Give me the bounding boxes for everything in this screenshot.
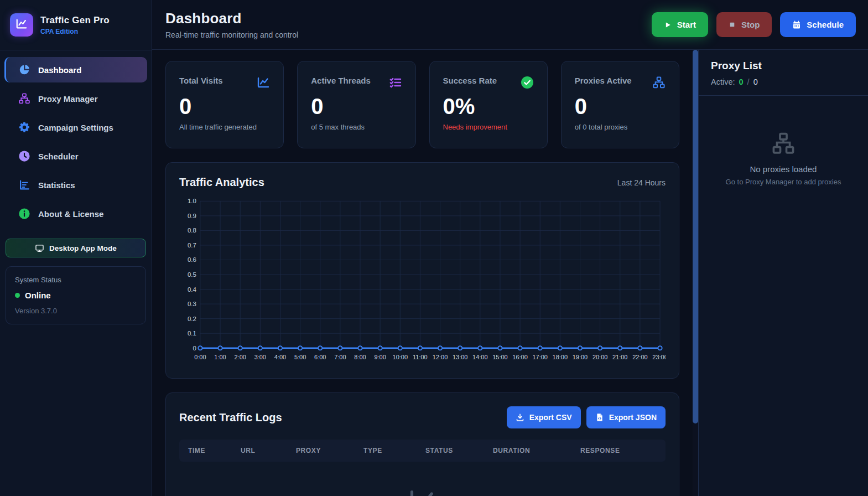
svg-text:14:00: 14:00 (472, 354, 487, 360)
schedule-button-label: Schedule (807, 20, 844, 29)
stop-icon (729, 21, 736, 28)
stop-button[interactable]: Stop (716, 12, 772, 37)
proxy-active-count: 0 (739, 78, 744, 86)
stat-value: 0 (311, 95, 402, 118)
sidebar-item-scheduler[interactable]: Scheduler (4, 143, 147, 169)
chart-line-icon (257, 76, 270, 89)
brand: Traffic Gen Pro CPA Edition (0, 0, 152, 50)
info-circle-icon (18, 208, 30, 220)
export-buttons: Export CSV Export JSON (507, 406, 666, 428)
start-button[interactable]: Start (652, 12, 708, 37)
content-row: Total Visits0All time traffic generatedA… (152, 50, 868, 496)
stat-value: 0 (575, 95, 666, 118)
log-column-type: TYPE (363, 447, 425, 454)
sidebar-item-statistics[interactable]: Statistics (4, 172, 147, 198)
sidebar-item-label: Dashboard (38, 65, 81, 75)
stat-card-top: Proxies Active (575, 76, 666, 89)
stat-value: 0 (179, 95, 270, 118)
desktop-app-mode-label: Desktop App Mode (49, 244, 117, 252)
svg-text:6:00: 6:00 (314, 354, 326, 360)
svg-text:10:00: 10:00 (393, 354, 408, 360)
traffic-analytics-card: Traffic Analytics Last 24 Hours 00.10.20… (165, 162, 679, 379)
sidebar-item-label: Proxy Manager (38, 94, 98, 104)
analytics-title: Traffic Analytics (179, 176, 264, 189)
svg-text:9:00: 9:00 (374, 354, 386, 360)
stop-button-label: Stop (741, 20, 760, 29)
sitemap-icon (18, 92, 30, 105)
system-status-value: Online (25, 291, 51, 300)
start-button-label: Start (677, 20, 696, 29)
svg-text:0.1: 0.1 (188, 330, 196, 337)
proxy-empty-title: No proxies loaded (750, 164, 817, 174)
proxy-empty-state: No proxies loaded Go to Proxy Manager to… (699, 96, 868, 186)
page-header-titles: Dashboard Real-time traffic monitoring a… (165, 10, 298, 39)
proxy-active-label: Active: (711, 78, 735, 86)
recent-traffic-logs-card: Recent Traffic Logs Export CSV Export JS… (165, 392, 679, 496)
traffic-analytics-chart: 00.10.20.30.40.50.60.70.80.91.00:001:002… (179, 197, 666, 365)
calendar-icon (792, 20, 801, 29)
export-csv-button[interactable]: Export CSV (507, 406, 581, 428)
proxy-list-title: Proxy List (711, 60, 856, 72)
log-column-response: RESPONSE (580, 447, 657, 454)
scrollbar-thumb[interactable] (693, 50, 698, 423)
stat-label: Success Rate (443, 76, 497, 85)
chart-line-icon (15, 18, 28, 32)
schedule-button[interactable]: Schedule (780, 12, 856, 37)
stat-subtext: of 5 max threads (311, 123, 402, 131)
svg-text:0:00: 0:00 (194, 354, 206, 360)
proxy-active-line: Active: 0 / 0 (711, 78, 856, 86)
clock-icon (18, 150, 30, 162)
svg-text:7:00: 7:00 (334, 354, 346, 360)
system-status-label: System Status (15, 276, 137, 284)
file-code-icon (595, 413, 604, 422)
svg-text:0.4: 0.4 (188, 286, 197, 293)
app-version: Version 3.7.0 (15, 307, 137, 315)
export-json-button[interactable]: Export JSON (586, 406, 666, 428)
main-scrollbar[interactable] (693, 50, 698, 496)
stats-grid: Total Visits0All time traffic generatedA… (165, 61, 679, 148)
main-content: Total Visits0All time traffic generatedA… (152, 50, 693, 496)
sidebar-item-label: Campaign Settings (38, 123, 113, 132)
stat-card-success-rate: Success Rate0%Needs improvement (429, 61, 548, 148)
proxy-panel-head: Proxy List Active: 0 / 0 (699, 50, 868, 96)
sidebar-item-campaign-settings[interactable]: Campaign Settings (4, 115, 147, 140)
svg-text:17:00: 17:00 (532, 354, 547, 360)
sidebar-item-about-license[interactable]: About & License (4, 201, 147, 226)
svg-text:0.7: 0.7 (188, 242, 196, 249)
proxy-empty-subtitle: Go to Proxy Manager to add proxies (726, 178, 841, 186)
svg-text:0.9: 0.9 (188, 213, 196, 219)
svg-text:8:00: 8:00 (354, 354, 366, 360)
online-status-dot (15, 293, 20, 298)
sidebar-item-label: Scheduler (38, 152, 79, 161)
sidebar-item-dashboard[interactable]: Dashboard (4, 57, 147, 82)
page-title: Dashboard (165, 10, 298, 27)
sitemap-icon (652, 76, 666, 89)
svg-text:18:00: 18:00 (553, 354, 568, 360)
stat-card-top: Success Rate (443, 76, 534, 89)
brand-text: Traffic Gen Pro CPA Edition (40, 15, 110, 35)
monitor-icon (35, 244, 44, 253)
pie-chart-icon (18, 64, 30, 76)
list-check-icon (389, 76, 402, 89)
proxy-count-separator: / (747, 78, 750, 86)
svg-text:0.2: 0.2 (188, 316, 196, 322)
svg-text:21:00: 21:00 (612, 354, 627, 360)
svg-text:13:00: 13:00 (453, 354, 467, 360)
sidebar-item-proxy-manager[interactable]: Proxy Manager (4, 86, 147, 111)
log-column-status: STATUS (425, 447, 493, 454)
app-title: Traffic Gen Pro (40, 15, 110, 26)
sitemap-icon (771, 131, 796, 156)
proxy-total-count: 0 (753, 78, 758, 86)
proxy-list-panel: Proxy List Active: 0 / 0 No proxies load… (698, 50, 868, 496)
svg-text:0.5: 0.5 (188, 271, 196, 278)
stat-subtext: All time traffic generated (179, 123, 270, 131)
desktop-app-mode-button[interactable]: Desktop App Mode (6, 239, 146, 257)
stat-subtext: Needs improvement (443, 123, 534, 131)
svg-text:1.0: 1.0 (188, 198, 196, 204)
analytics-card-head: Traffic Analytics Last 24 Hours (179, 176, 666, 189)
sidebar: Traffic Gen Pro CPA Edition DashboardPro… (0, 0, 152, 496)
svg-text:1:00: 1:00 (214, 354, 226, 360)
stat-card-top: Total Visits (179, 76, 270, 89)
svg-text:3:00: 3:00 (254, 354, 266, 360)
stat-card-active-threads: Active Threads0of 5 max threads (297, 61, 415, 148)
